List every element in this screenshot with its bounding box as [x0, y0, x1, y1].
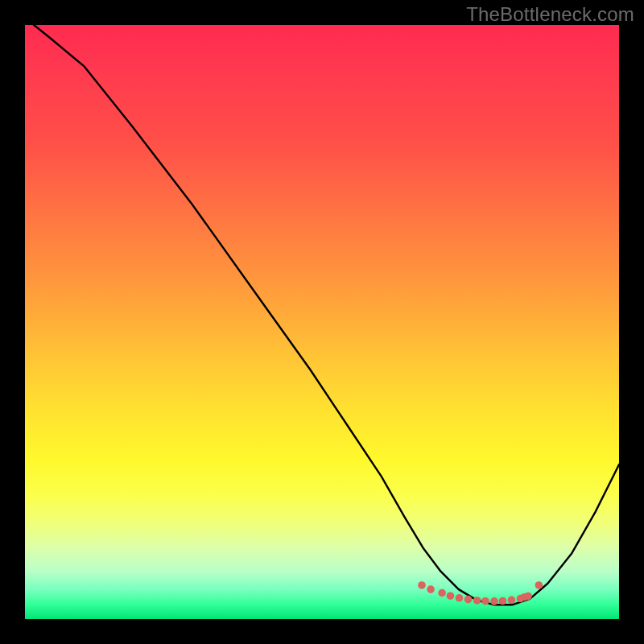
trough-marker [473, 597, 481, 605]
trough-marker [524, 592, 532, 601]
trough-marker [427, 585, 435, 593]
trough-marker [535, 581, 543, 589]
trough-marker [456, 594, 464, 602]
curve-line [34, 25, 619, 605]
chart-frame: TheBottleneck.com [0, 0, 644, 644]
trough-marker [418, 581, 426, 589]
trough-marker [447, 592, 455, 600]
trough-marker [438, 589, 446, 597]
plot-area [25, 25, 619, 619]
trough-marker [481, 597, 489, 605]
trough-marker [499, 597, 507, 605]
trough-marker [508, 597, 516, 605]
curve-layer [25, 25, 619, 619]
trough-marker [464, 596, 473, 604]
watermark-label: TheBottleneck.com [466, 3, 634, 26]
trough-marker [490, 597, 498, 605]
